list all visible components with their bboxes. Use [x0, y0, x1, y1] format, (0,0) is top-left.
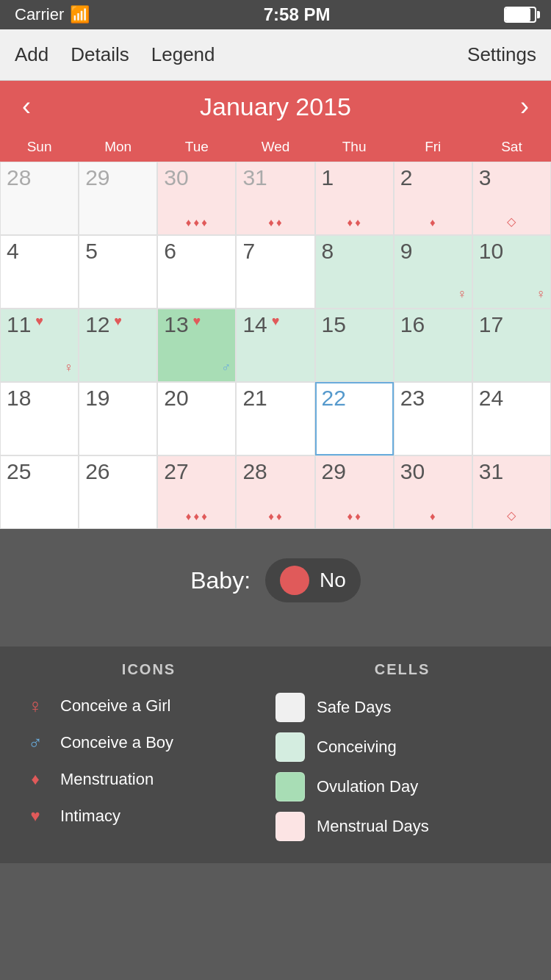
legend-section: ICONS CELLS ♀ Conceive a Girl ♂ Conceive… [0, 646, 551, 863]
calendar-cell-5[interactable]: 5 [79, 235, 157, 309]
drop-indicator: ♦ [395, 510, 472, 522]
drop-indicator: ♦♦♦ [158, 216, 235, 228]
calendar-cell-29[interactable]: 29♦♦ [315, 455, 394, 529]
cell-number: 31 [242, 167, 308, 189]
calendar-cell-8[interactable]: 8 [315, 235, 394, 309]
legend-menstrual-label: Menstrual Days [317, 817, 429, 836]
calendar-cell-3[interactable]: 3◇ [472, 162, 551, 235]
calendar-cell-1[interactable]: 1♦♦ [315, 162, 394, 235]
cell-number: 1 [322, 167, 387, 189]
cell-number: 21 [242, 387, 308, 409]
cell-number: 9 [400, 240, 466, 262]
cell-number: 28 [7, 167, 72, 189]
drop-indicator: ♦ [395, 216, 472, 228]
calendar-cell-2[interactable]: 2♦ [394, 162, 472, 235]
calendar-cell-29[interactable]: 29 [79, 162, 157, 235]
calendar-cell-20[interactable]: 20 [157, 382, 236, 455]
calendar-cell-30[interactable]: 30♦♦♦ [157, 162, 236, 235]
legend-button[interactable]: Legend [151, 43, 215, 66]
cell-number: 8 [322, 240, 387, 262]
menstrual-color-box [276, 812, 305, 841]
calendar-cell-24[interactable]: 24 [472, 382, 551, 455]
calendar-cell-28[interactable]: 28 [0, 162, 79, 235]
legend-headers: ICONS CELLS [22, 661, 529, 678]
calendar-cell-6[interactable]: 6 [157, 235, 236, 309]
legend-item-intimacy: ♥ Intimacy [22, 803, 276, 829]
heart-indicator: ♥ [35, 314, 43, 329]
day-header-thu: Thu [315, 132, 394, 162]
baby-toggle[interactable]: No [265, 558, 361, 602]
cell-number: 6 [164, 240, 229, 262]
cell-number: 2 [400, 167, 466, 189]
calendar-cell-18[interactable]: 18 [0, 382, 79, 455]
cell-number: 26 [85, 461, 151, 483]
calendar-cell-14[interactable]: ♥14 [236, 309, 314, 382]
legend-menstruation-label: Menstruation [60, 770, 154, 789]
calendar-header: ‹ January 2015 › [0, 81, 551, 132]
prev-month-button[interactable]: ‹ [22, 91, 31, 122]
calendar-cell-10[interactable]: 10♀ [472, 235, 551, 309]
legend-item-menstruation: ♦ Menstruation [22, 766, 276, 793]
calendar-cell-4[interactable]: 4 [0, 235, 79, 309]
cell-number: 20 [164, 387, 229, 409]
cell-number: 18 [7, 387, 72, 409]
next-month-button[interactable]: › [520, 91, 529, 122]
legend-icons-col: ♀ Conceive a Girl ♂ Conceive a Boy ♦ Men… [22, 693, 276, 841]
day-header-fri: Fri [394, 132, 472, 162]
calendar-cell-30[interactable]: 30♦ [394, 455, 472, 529]
cell-number: 17 [479, 314, 544, 336]
heart-indicator: ♥ [272, 314, 280, 329]
calendar-cell-23[interactable]: 23 [394, 382, 472, 455]
cell-number: 16 [400, 314, 466, 336]
cells-header: CELLS [276, 661, 529, 678]
calendar-grid: 282930♦♦♦31♦♦1♦♦2♦3◇456789♀10♀♥11♀♥12♥13… [0, 162, 551, 529]
cell-number: 24 [479, 387, 544, 409]
heart-indicator: ♥ [114, 314, 122, 329]
details-button[interactable]: Details [71, 43, 129, 66]
cell-number: 30 [164, 167, 229, 189]
safe-color-box [276, 693, 305, 722]
day-header-tue: Tue [157, 132, 236, 162]
status-bar: Carrier 📶 7:58 PM [0, 0, 551, 29]
calendar-cell-31[interactable]: 31◇ [472, 455, 551, 529]
wifi-icon: 📶 [70, 5, 90, 24]
nav-bar: Add Details Legend Settings [0, 29, 551, 81]
legend-cells-col: Safe Days Conceiving Ovulation Day Menst… [276, 693, 529, 841]
add-button[interactable]: Add [15, 43, 48, 66]
drop-indicator: ◇ [473, 508, 550, 522]
legend-item-safe: Safe Days [276, 693, 529, 722]
calendar-cell-12[interactable]: ♥12 [79, 309, 157, 382]
calendar-cell-17[interactable]: 17 [472, 309, 551, 382]
calendar-cell-26[interactable]: 26 [79, 455, 157, 529]
legend-ovulation-label: Ovulation Day [317, 777, 418, 796]
calendar-cell-31[interactable]: 31♦♦ [236, 162, 314, 235]
calendar-cell-7[interactable]: 7 [236, 235, 314, 309]
calendar-cell-16[interactable]: 16 [394, 309, 472, 382]
male-icon: ♂ [221, 360, 231, 375]
calendar-cell-28[interactable]: 28♦♦ [236, 455, 314, 529]
toggle-dot [280, 566, 309, 595]
legend-safe-label: Safe Days [317, 698, 392, 717]
legend-item-conceiving: Conceiving [276, 732, 529, 762]
day-header-sat: Sat [472, 132, 551, 162]
settings-button[interactable]: Settings [467, 43, 536, 66]
calendar-cell-9[interactable]: 9♀ [394, 235, 472, 309]
battery-icon [504, 7, 536, 23]
calendar-cell-22[interactable]: 22 [315, 382, 394, 455]
calendar-cell-19[interactable]: 19 [79, 382, 157, 455]
legend-item-menstrual: Menstrual Days [276, 812, 529, 841]
calendar-cell-13[interactable]: ♥13♂ [157, 309, 236, 382]
legend-cols: ♀ Conceive a Girl ♂ Conceive a Boy ♦ Men… [22, 693, 529, 841]
nav-right: Settings [467, 43, 536, 66]
nav-left: Add Details Legend [15, 43, 215, 66]
status-right [504, 7, 536, 23]
heart-indicator: ♥ [193, 314, 201, 329]
calendar-cell-27[interactable]: 27♦♦♦ [157, 455, 236, 529]
legend-item-girl: ♀ Conceive a Girl [22, 693, 276, 719]
heart-icon: ♥ [22, 803, 48, 829]
calendar-cell-15[interactable]: 15 [315, 309, 394, 382]
calendar-cell-11[interactable]: ♥11♀ [0, 309, 79, 382]
calendar-cell-21[interactable]: 21 [236, 382, 314, 455]
day-header-mon: Mon [79, 132, 157, 162]
calendar-cell-25[interactable]: 25 [0, 455, 79, 529]
